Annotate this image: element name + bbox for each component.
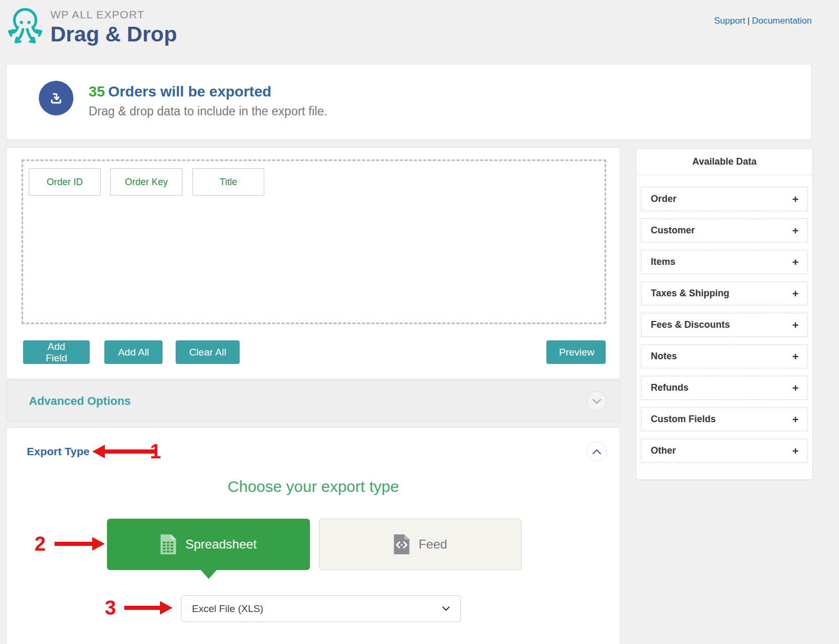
field-pill-title[interactable]: Title <box>192 168 264 196</box>
plus-icon[interactable]: + <box>792 350 799 363</box>
export-count: 35 <box>89 83 105 100</box>
sidebar-item-label: Order <box>651 194 676 205</box>
plus-icon[interactable]: + <box>792 256 799 269</box>
spreadsheet-label: Spreadsheet <box>185 537 256 552</box>
export-format-value: Excel File (XLS) <box>192 603 442 615</box>
choose-export-type-heading: Choose your export type <box>7 478 620 496</box>
field-pill-order-key[interactable]: Order Key <box>110 168 182 196</box>
annotation-number-3: 3 <box>105 597 116 619</box>
selected-type-caret <box>201 570 217 579</box>
sidebar-item-label: Taxes & Shipping <box>651 288 729 299</box>
sidebar-item-label: Custom Fields <box>651 414 716 425</box>
download-icon <box>47 89 65 107</box>
advanced-options-bar[interactable]: Advanced Options <box>6 380 620 421</box>
plus-icon[interactable]: + <box>792 193 799 206</box>
sidebar-item-notes[interactable]: Notes + <box>641 344 808 369</box>
page-title: Drag & Drop <box>50 22 177 47</box>
annotation-arrow-2 <box>55 537 105 551</box>
plus-icon[interactable]: + <box>792 413 799 426</box>
feed-label: Feed <box>418 537 447 552</box>
sidebar-item-label: Other <box>651 445 676 456</box>
banner-subtitle: Drag & drop data to include in the expor… <box>89 104 327 119</box>
plus-icon[interactable]: + <box>792 287 799 300</box>
plus-icon[interactable]: + <box>792 382 799 394</box>
add-field-button[interactable]: Add Field <box>23 340 90 364</box>
sidebar-item-fees-discounts[interactable]: Fees & Discounts + <box>641 313 808 337</box>
plus-icon[interactable]: + <box>792 224 799 237</box>
add-all-button[interactable]: Add All <box>104 340 163 364</box>
sidebar-item-refunds[interactable]: Refunds + <box>641 375 808 400</box>
export-format-select[interactable]: Excel File (XLS) <box>181 595 461 622</box>
sidebar-item-label: Refunds <box>651 382 689 393</box>
export-count-title: 35Orders will be exported <box>89 83 327 100</box>
field-pill-order-id[interactable]: Order ID <box>29 168 101 196</box>
export-summary-banner: 35Orders will be exported Drag & drop da… <box>6 64 812 140</box>
available-data-list: Order + Customer + Items + Taxes & Shipp… <box>637 175 812 477</box>
sidebar-item-label: Customer <box>651 225 695 236</box>
spreadsheet-type-button[interactable]: Spreadsheet <box>107 519 310 570</box>
available-data-title: Available Data <box>637 149 812 175</box>
export-count-label: Orders will be exported <box>108 83 271 100</box>
brand-block: WP ALL EXPORT Drag & Drop <box>50 8 177 47</box>
chevron-down-icon <box>592 399 601 404</box>
chevron-up-icon <box>592 449 601 455</box>
export-type-label: Export Type <box>27 445 90 458</box>
wp-all-export-page: WP ALL EXPORT Drag & Drop Support|Docume… <box>0 0 839 644</box>
drag-drop-zone[interactable]: Order ID Order Key Title <box>21 159 606 324</box>
sidebar-item-label: Items <box>651 256 675 267</box>
sidebar-item-label: Fees & Discounts <box>651 319 730 330</box>
advanced-options-toggle[interactable] <box>587 391 607 411</box>
feed-icon <box>393 534 410 555</box>
brand-name: WP ALL EXPORT <box>50 8 177 21</box>
annotation-number-1: 1 <box>150 441 161 463</box>
octopus-logo-icon <box>6 4 44 52</box>
sidebar-item-other[interactable]: Other + <box>641 438 808 463</box>
support-link[interactable]: Support <box>714 16 746 26</box>
export-type-panel: Export Type Choose your export type Spre… <box>6 427 620 644</box>
annotation-number-2: 2 <box>35 533 46 555</box>
banner-text: 35Orders will be exported Drag & drop da… <box>89 83 327 119</box>
clear-all-button[interactable]: Clear All <box>176 340 240 364</box>
sidebar-item-items[interactable]: Items + <box>641 250 808 274</box>
sidebar-item-order[interactable]: Order + <box>641 187 808 211</box>
export-type-toggle[interactable] <box>587 442 607 461</box>
chevron-down-icon <box>442 606 450 611</box>
sidebar-item-label: Notes <box>651 351 677 362</box>
header-links: Support|Documentation <box>714 16 812 26</box>
plus-icon[interactable]: + <box>792 319 799 331</box>
plus-icon[interactable]: + <box>792 445 799 457</box>
annotation-arrow-3 <box>124 601 173 615</box>
link-separator: | <box>747 16 749 26</box>
annotation-arrow-1 <box>92 445 155 458</box>
spreadsheet-icon <box>160 534 177 555</box>
sidebar-item-taxes-shipping[interactable]: Taxes & Shipping + <box>641 281 808 306</box>
available-data-sidebar: Available Data Order + Customer + Items … <box>636 148 813 480</box>
preview-button[interactable]: Preview <box>546 340 606 364</box>
documentation-link[interactable]: Documentation <box>752 16 812 26</box>
field-builder-panel: Order ID Order Key Title Add Field Add A… <box>6 147 620 379</box>
sidebar-item-customer[interactable]: Customer + <box>641 218 808 243</box>
sidebar-item-custom-fields[interactable]: Custom Fields + <box>641 407 808 432</box>
advanced-options-label[interactable]: Advanced Options <box>29 394 131 408</box>
feed-type-button[interactable]: Feed <box>319 519 522 570</box>
download-circle <box>39 81 73 115</box>
